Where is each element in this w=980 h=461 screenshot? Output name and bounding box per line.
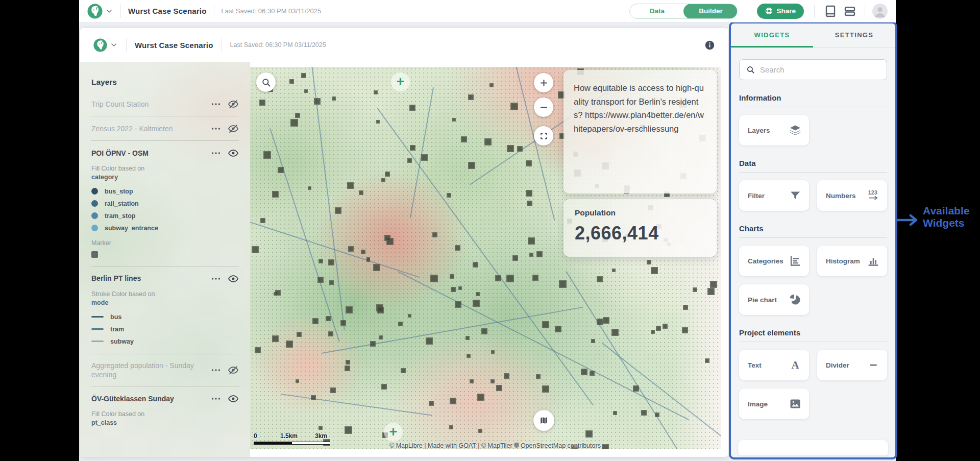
filter-icon — [789, 189, 801, 202]
map-building-marker — [647, 260, 651, 264]
legend-swatch — [91, 188, 98, 195]
map-building-marker — [536, 251, 543, 257]
map-building-marker — [532, 275, 538, 281]
share-button[interactable]: Share — [757, 4, 804, 19]
map-road-line — [377, 108, 594, 406]
map-building-marker — [311, 395, 316, 400]
widget-card-numbers[interactable]: Numbers123 — [817, 180, 887, 211]
layer-name: Zensus 2022 - Kaltmieten — [91, 124, 210, 134]
map-building-marker — [633, 385, 639, 392]
map-building-marker — [559, 280, 567, 288]
legend-caption: Fill Color based on — [91, 409, 239, 419]
eye-icon[interactable] — [228, 148, 239, 159]
basemap-button[interactable] — [533, 410, 554, 431]
map-icon — [539, 416, 549, 425]
data-tab-button[interactable]: Data — [630, 4, 684, 18]
layer-item[interactable]: Zensus 2022 - Kaltmieten — [91, 116, 239, 141]
widget-section: Project elementsTextADividerImage — [739, 328, 887, 419]
population-widget[interactable]: Population 2,666,414 — [564, 199, 717, 257]
widget-card-histogram[interactable]: Histogram — [817, 246, 887, 276]
map-building-marker — [312, 318, 318, 324]
numbers-icon: 123 — [867, 189, 879, 202]
goat-logo-icon[interactable] — [93, 38, 107, 52]
zoom-in-button[interactable] — [534, 73, 553, 92]
docs-book-icon[interactable] — [824, 5, 837, 17]
layer-menu-button[interactable] — [210, 393, 222, 404]
add-widget-bottom-button[interactable]: + — [384, 423, 403, 442]
legend-swatch — [91, 200, 98, 207]
data-stack-icon[interactable] — [844, 5, 856, 17]
add-widget-top-button[interactable]: + — [391, 72, 410, 91]
map-building-marker — [347, 182, 354, 189]
map-building-marker — [259, 100, 265, 106]
eye-off-icon[interactable] — [228, 365, 239, 376]
map-building-marker — [597, 276, 603, 282]
layer-menu-button[interactable] — [210, 99, 222, 110]
goat-logo-icon[interactable] — [87, 4, 103, 19]
eye-off-icon[interactable] — [228, 123, 239, 134]
layer-item[interactable]: POI ÖPNV - OSMFill Color based oncategor… — [91, 141, 239, 266]
map-building-marker — [473, 300, 480, 307]
layer-item[interactable]: Trip Count Station — [91, 92, 239, 116]
map-building-marker — [468, 94, 474, 100]
builder-widgets-panel: WIDGETS SETTINGS InformationLayersDataFi… — [729, 21, 897, 459]
map-canvas[interactable]: + — [250, 67, 721, 449]
text-widget[interactable]: How equitable is access to high-quality … — [564, 70, 717, 193]
plus-icon — [539, 78, 549, 88]
eye-off-icon[interactable] — [228, 99, 239, 110]
user-avatar[interactable] — [872, 4, 888, 19]
map-building-marker — [398, 322, 403, 326]
map-search-button[interactable] — [256, 72, 276, 92]
legend-label: bus_stop — [105, 188, 133, 195]
legend-item: bus — [91, 311, 239, 323]
widget-card-divider[interactable]: Divider — [817, 350, 887, 380]
layer-item[interactable]: ÖV-Güteklassen SundayFill Color based on… — [91, 386, 239, 437]
eye-icon[interactable] — [228, 393, 239, 404]
layer-menu-button[interactable] — [210, 123, 222, 134]
map-building-marker — [451, 287, 456, 292]
tab-settings[interactable]: SETTINGS — [813, 23, 895, 47]
zoom-out-button[interactable] — [534, 98, 553, 117]
legend-label: subway — [110, 338, 134, 345]
widget-card-categories[interactable]: Categories — [739, 246, 809, 276]
widget-card-label: Numbers — [826, 192, 867, 200]
legend-field: mode — [91, 299, 239, 306]
map-building-marker — [707, 288, 715, 295]
widget-card-label: Layers — [748, 127, 789, 134]
map-building-marker — [449, 425, 453, 429]
map-building-marker — [542, 321, 549, 328]
map-building-marker — [612, 269, 616, 272]
map-building-marker — [304, 89, 308, 93]
map-building-marker — [506, 275, 514, 282]
widget-card-text[interactable]: TextA — [739, 350, 809, 380]
layers-panel-title: Layers — [91, 78, 239, 87]
map-building-marker — [345, 366, 350, 371]
builder-tab-button[interactable]: Builder — [683, 4, 738, 19]
map-building-marker — [476, 292, 480, 296]
chevron-down-icon[interactable] — [105, 7, 113, 15]
layer-menu-button[interactable] — [210, 365, 222, 376]
map-building-marker — [361, 250, 365, 254]
fullscreen-button[interactable] — [534, 126, 553, 145]
layer-item[interactable]: Aggregated population - Sunday evening — [91, 354, 239, 387]
marker-caption: Marker — [91, 239, 239, 247]
section-title: Information — [739, 93, 887, 102]
widget-card-label: Pie chart — [748, 296, 789, 304]
widget-search-input[interactable] — [760, 65, 880, 74]
tab-widgets[interactable]: WIDGETS — [731, 23, 813, 47]
widget-card-pie-chart[interactable]: Pie chart — [739, 284, 809, 315]
widget-card-image[interactable]: Image — [739, 389, 809, 419]
layer-menu-button[interactable] — [210, 148, 222, 159]
map-building-marker — [377, 307, 384, 313]
widget-card-label: Text — [748, 361, 789, 369]
widget-card-filter[interactable]: Filter — [739, 180, 809, 211]
panel-tabs: WIDGETS SETTINGS — [731, 23, 895, 48]
layer-item[interactable]: Berlin PT linesStroke Color based onmode… — [91, 266, 239, 354]
screenshot-stage: Wurst Case Scenario Last Saved: 06:30 PM… — [0, 0, 980, 461]
eye-icon[interactable] — [228, 273, 239, 284]
info-icon[interactable] — [704, 40, 715, 51]
map-building-marker — [296, 379, 299, 383]
widget-card-layers[interactable]: Layers — [739, 115, 809, 145]
layer-menu-button[interactable] — [210, 273, 222, 284]
chevron-down-icon[interactable] — [110, 41, 118, 49]
